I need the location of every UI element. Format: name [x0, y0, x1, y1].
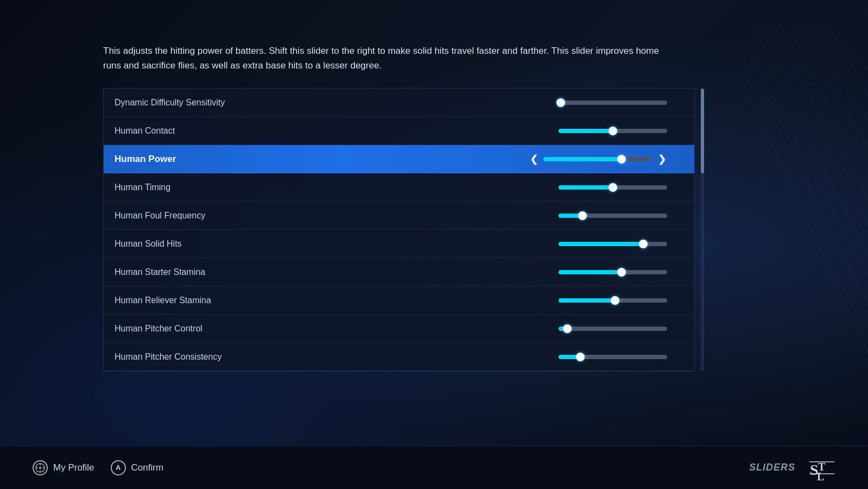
- my-profile-button[interactable]: My Profile: [33, 460, 94, 475]
- svg-text:L: L: [817, 471, 824, 481]
- confirm-label: Confirm: [131, 462, 164, 473]
- slider-control-human-reliever-stamina: [332, 298, 683, 303]
- slider-control-human-timing: [332, 185, 683, 190]
- slider-left-arrow-human-power[interactable]: ❮: [528, 153, 539, 165]
- slider-track-fill-human-reliever-stamina: [559, 298, 615, 303]
- sliders-panel: Dynamic Difficulty SensitivityHuman Cont…: [103, 88, 695, 372]
- slider-thumb-human-pitcher-control: [563, 324, 572, 333]
- slider-track-human-foul-frequency[interactable]: [559, 214, 667, 218]
- slider-thumb-dynamic-difficulty-sensitivity: [556, 98, 565, 107]
- scrollbar[interactable]: [701, 89, 704, 371]
- slider-thumb-human-power: [617, 155, 626, 164]
- slider-row-human-solid-hits[interactable]: Human Solid Hits: [104, 230, 694, 258]
- slider-label-human-foul-frequency: Human Foul Frequency: [115, 211, 332, 221]
- slider-control-human-pitcher-consistency: [332, 355, 683, 359]
- slider-track-bg-dynamic-difficulty-sensitivity: [559, 101, 667, 105]
- slider-control-human-foul-frequency: [332, 214, 683, 218]
- slider-row-human-contact[interactable]: Human Contact: [104, 117, 694, 145]
- slider-label-human-reliever-stamina: Human Reliever Stamina: [115, 296, 332, 305]
- description-text: This adjusts the hitting power of batter…: [103, 43, 673, 73]
- slider-control-human-pitcher-control: [332, 327, 683, 331]
- slider-thumb-human-timing: [609, 183, 617, 192]
- slider-track-human-reliever-stamina[interactable]: [559, 298, 667, 303]
- slider-label-human-timing: Human Timing: [115, 183, 332, 192]
- slider-track-human-timing[interactable]: [559, 185, 667, 190]
- my-profile-label: My Profile: [53, 462, 94, 473]
- slider-thumb-human-solid-hits: [639, 240, 648, 248]
- slider-track-fill-human-timing: [559, 185, 613, 190]
- b-button-icon: [33, 460, 48, 475]
- slider-row-human-power[interactable]: Human Power❮❯: [104, 145, 694, 173]
- slider-track-human-starter-stamina[interactable]: [559, 270, 667, 274]
- slider-track-human-power[interactable]: [543, 157, 652, 161]
- bottom-bar: My Profile A Confirm SLIDERS S T L: [0, 446, 868, 489]
- slider-label-human-pitcher-consistency: Human Pitcher Consistency: [115, 352, 332, 362]
- slider-row-human-starter-stamina[interactable]: Human Starter Stamina: [104, 258, 694, 286]
- slider-track-fill-human-solid-hits: [559, 242, 643, 246]
- content-area: This adjusts the hitting power of batter…: [103, 43, 835, 429]
- slider-label-human-starter-stamina: Human Starter Stamina: [115, 267, 332, 277]
- slider-track-fill-human-contact: [559, 129, 613, 133]
- bottom-controls: My Profile A Confirm: [33, 460, 163, 475]
- slider-row-human-pitcher-control[interactable]: Human Pitcher Control: [104, 315, 694, 343]
- slider-label-human-power: Human Power: [115, 154, 332, 165]
- slider-track-bg-human-pitcher-control: [559, 327, 667, 331]
- slider-thumb-human-starter-stamina: [617, 268, 626, 277]
- bottom-right: SLIDERS S T L: [749, 454, 835, 481]
- slider-track-human-pitcher-control[interactable]: [559, 327, 667, 331]
- slider-control-human-power: ❮❯: [332, 153, 683, 165]
- slider-control-human-contact: [332, 129, 683, 133]
- svg-point-12: [39, 467, 41, 469]
- slider-track-dynamic-difficulty-sensitivity[interactable]: [559, 101, 667, 105]
- slider-track-human-solid-hits[interactable]: [559, 242, 667, 246]
- slider-row-human-foul-frequency[interactable]: Human Foul Frequency: [104, 202, 694, 230]
- slider-track-human-pitcher-consistency[interactable]: [559, 355, 667, 359]
- slider-track-fill-human-power: [543, 157, 622, 161]
- slider-control-human-starter-stamina: [332, 270, 683, 274]
- slider-label-human-pitcher-control: Human Pitcher Control: [115, 324, 332, 334]
- slider-row-dynamic-difficulty-sensitivity[interactable]: Dynamic Difficulty Sensitivity: [104, 89, 694, 117]
- slider-right-arrow-human-power[interactable]: ❯: [656, 153, 667, 165]
- slider-control-dynamic-difficulty-sensitivity: [332, 101, 683, 105]
- slider-label-human-contact: Human Contact: [115, 126, 332, 136]
- confirm-button[interactable]: A Confirm: [111, 460, 164, 475]
- slider-thumb-human-reliever-stamina: [611, 296, 619, 305]
- scrollbar-thumb: [701, 89, 704, 173]
- team-logo: S T L: [808, 454, 835, 481]
- slider-thumb-human-contact: [609, 127, 617, 135]
- slider-label-dynamic-difficulty-sensitivity: Dynamic Difficulty Sensitivity: [115, 98, 332, 108]
- slider-thumb-human-foul-frequency: [578, 211, 587, 220]
- slider-row-human-timing[interactable]: Human Timing: [104, 173, 694, 202]
- slider-row-human-reliever-stamina[interactable]: Human Reliever Stamina: [104, 286, 694, 315]
- slider-label-human-solid-hits: Human Solid Hits: [115, 239, 332, 249]
- slider-thumb-human-pitcher-consistency: [576, 353, 585, 361]
- slider-control-human-solid-hits: [332, 242, 683, 246]
- slider-row-human-pitcher-consistency[interactable]: Human Pitcher Consistency: [104, 343, 694, 371]
- a-button-icon: A: [111, 460, 126, 475]
- section-label: SLIDERS: [749, 462, 795, 473]
- slider-track-fill-human-starter-stamina: [559, 270, 622, 274]
- slider-track-human-contact[interactable]: [559, 129, 667, 133]
